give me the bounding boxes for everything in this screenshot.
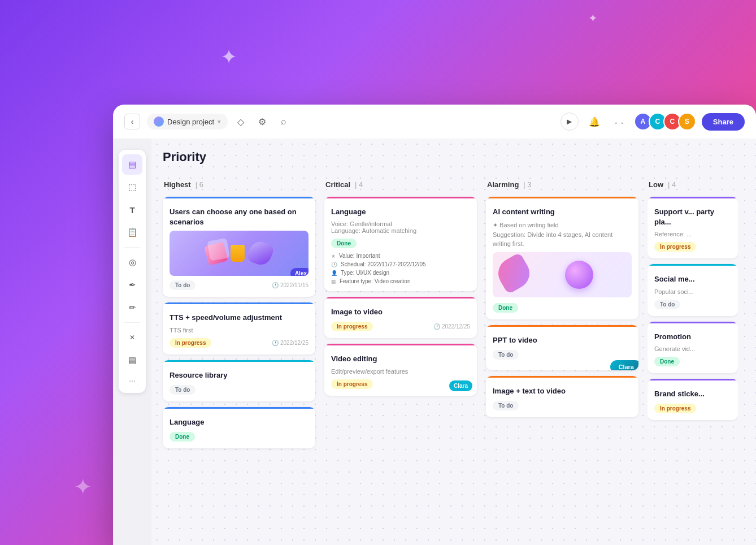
project-icon xyxy=(154,116,164,127)
card-border-ai xyxy=(486,197,638,198)
card-border-promotion xyxy=(648,322,738,323)
card-resource: Resource library To do xyxy=(163,360,315,401)
wave-shape xyxy=(493,252,535,295)
status-badge-ai: Done xyxy=(493,303,518,313)
detail-type: Type: UI/UX design xyxy=(341,270,389,276)
tool-more-button[interactable]: ··· xyxy=(125,373,139,388)
tool-divider-1 xyxy=(124,247,140,248)
column-count-highest: | 6 xyxy=(195,180,203,189)
tool-layers[interactable]: ▤ xyxy=(122,154,142,175)
card-title-language-h: Language xyxy=(170,417,309,427)
status-badge-lang-c: Done xyxy=(331,239,357,248)
card-meta-tts: In progress 🕐 2022/12/25 xyxy=(170,338,309,348)
card-title-scenarios: Users can choose any one based on scenar… xyxy=(170,207,309,227)
column-cards-critical: Language Voice: Gentle/informalLanguage:… xyxy=(324,197,477,396)
status-badge-promotion: Done xyxy=(654,357,680,366)
tool-marker[interactable]: ✏ xyxy=(122,297,142,318)
tool-divider-2 xyxy=(124,322,140,323)
card-border-social xyxy=(648,264,738,266)
card-border-img-vid xyxy=(324,297,477,299)
status-badge-img-txt: To do xyxy=(493,401,519,410)
status-badge-tts: In progress xyxy=(170,338,211,348)
card-social: Social me... Popular soci... To do xyxy=(648,264,738,315)
person-icon: 👤 xyxy=(331,270,337,276)
card-date-tts: 🕐 2022/12/25 xyxy=(272,340,309,346)
status-badge-support: In progress xyxy=(654,242,696,252)
card-title-lang-c: Language xyxy=(331,207,470,217)
card-title-promotion: Promotion xyxy=(654,332,731,342)
card-title-brand: Brand sticke... xyxy=(654,389,731,399)
card-title-resource: Resource library xyxy=(170,370,309,380)
expand-icon[interactable]: ⌄ ⌄ xyxy=(610,113,628,131)
avatar-group: A C C S xyxy=(634,113,696,131)
column-label-alarming: Alarming xyxy=(487,180,519,189)
card-border-tts xyxy=(163,302,315,304)
detail-schedule: Schedual: 2022/11/27-2022/12/05 xyxy=(341,261,426,267)
notification-icon[interactable]: 🔔 xyxy=(585,113,603,131)
card-detail-value: ★ Value: Important xyxy=(331,253,470,259)
card-subtitle-lang-c: Voice: Gentle/informalLanguage: Automati… xyxy=(331,220,470,234)
card-avatar-ppt: Clara xyxy=(610,360,638,370)
card-date-img-vid: 🕐 2022/12/25 xyxy=(433,323,470,330)
tool-connect[interactable]: ✕ xyxy=(122,327,142,348)
column-header-critical: Critical | 4 xyxy=(324,178,477,191)
status-badge-language-h: Done xyxy=(170,432,195,442)
kanban-board: Highest | 6 Users can choose any one bas… xyxy=(157,172,756,545)
column-critical: Critical | 4 Language Voice: Gentle/info… xyxy=(324,178,477,539)
clock-icon: 🕐 xyxy=(331,262,337,267)
card-title-support: Support v... party pla... xyxy=(654,207,731,227)
tool-frame[interactable]: ⬚ xyxy=(122,177,142,197)
column-highest: Highest | 6 Users can choose any one bas… xyxy=(163,178,315,539)
sphere-shape xyxy=(565,261,593,289)
nav-right: ▶ 🔔 ⌄ ⌄ A C C S Share xyxy=(561,113,745,131)
column-low: Low | 4 Support v... party pla... Refere… xyxy=(648,178,738,539)
main-content: Priority Highest | 6 Users can choose an… xyxy=(151,139,756,545)
column-label-low: Low xyxy=(649,180,663,189)
card-border-brand xyxy=(648,379,738,380)
tool-component[interactable]: ◎ xyxy=(122,252,142,272)
share-button[interactable]: Share xyxy=(702,113,745,131)
card-title-ai: AI content writing xyxy=(493,207,632,217)
card-subtitle-tts: TTS first xyxy=(170,327,309,334)
status-badge-resource: To do xyxy=(170,385,195,395)
card-border-vid-edit xyxy=(324,344,477,345)
card-title-vid-edit: Video editing xyxy=(331,354,470,364)
avatar-s[interactable]: S xyxy=(678,113,696,131)
tool-note[interactable]: 📋 xyxy=(122,222,142,243)
project-selector[interactable]: Design project ▾ xyxy=(147,114,228,129)
card-meta-img-vid: In progress 🕐 2022/12/25 xyxy=(331,322,470,331)
card-meta-scenarios: To do 🕐 2022/11/15 xyxy=(170,280,309,290)
card-title-img-txt: Image + text to video xyxy=(493,386,632,396)
tool-template[interactable]: ▤ xyxy=(122,350,142,370)
card-image-scenarios: Alex xyxy=(170,231,309,276)
card-scenarios: Users can choose any one based on scenar… xyxy=(163,197,315,297)
card-border-language-h xyxy=(163,407,315,409)
tool-pen[interactable]: ✒ xyxy=(122,275,142,295)
nav-action-icons: ▶ 🔔 ⌄ ⌄ xyxy=(561,113,628,131)
card-image-ai xyxy=(493,252,632,297)
card-video-editing: Video editing Edit/preview/export featur… xyxy=(324,344,477,395)
grid-icon: ▦ xyxy=(331,279,336,284)
column-count-critical: | 4 xyxy=(355,180,363,189)
card-title-ppt: PPT to video xyxy=(493,335,632,345)
card-image-inner xyxy=(170,231,309,276)
tool-text[interactable]: T xyxy=(122,200,142,220)
settings-icon[interactable]: ⚙ xyxy=(256,115,268,128)
card-ppt-video: PPT to video To do Clara xyxy=(486,325,638,370)
card-tts: TTS + speed/volume adjustment TTS first … xyxy=(163,302,315,354)
play-button[interactable]: ▶ xyxy=(561,113,579,131)
card-language-critical: Language Voice: Gentle/informalLanguage:… xyxy=(324,197,477,291)
detail-feature: Feature type: Video creation xyxy=(340,278,410,284)
back-button[interactable]: ‹ xyxy=(124,114,140,129)
box-shapes xyxy=(206,242,272,265)
app-window: ‹ Design project ▾ ◇ ⚙ ⌕ ▶ 🔔 ⌄ ⌄ A C C xyxy=(113,105,756,545)
column-cards-alarming: AI content writing ✦ Based on writing fi… xyxy=(486,197,638,417)
card-title-social: Social me... xyxy=(654,274,731,284)
box-shape-1 xyxy=(204,241,228,266)
card-support: Support v... party pla... Reference: ...… xyxy=(648,197,738,258)
page-title: Priority xyxy=(163,150,206,165)
tag-icon[interactable]: ◇ xyxy=(234,115,247,128)
status-badge-ppt: To do xyxy=(493,350,519,360)
search-icon[interactable]: ⌕ xyxy=(277,115,290,128)
card-title-tts: TTS + speed/volume adjustment xyxy=(170,313,309,323)
